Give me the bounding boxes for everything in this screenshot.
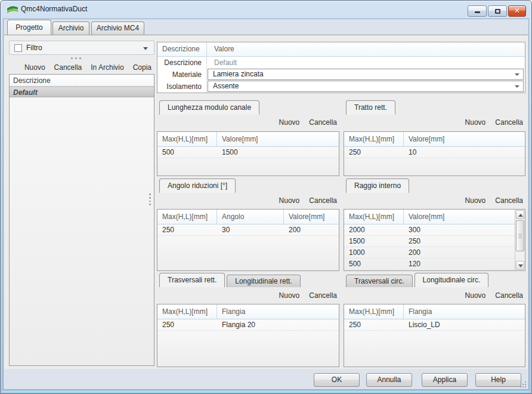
lunghezza-table[interactable]: Max(H,L)[mm] Valore[mm] 500 1500: [157, 131, 339, 176]
in-archivio-button[interactable]: In Archivio: [91, 63, 123, 72]
list-item-default[interactable]: Default: [10, 87, 154, 97]
nuovo-link[interactable]: Nuovo: [279, 118, 300, 127]
vertical-splitter-grip[interactable]: [149, 193, 151, 205]
scrollbar-thumb[interactable]: [516, 220, 524, 251]
cancella-link[interactable]: Cancella: [495, 118, 523, 127]
angolo-table[interactable]: Max(H,L)[mm] Angolo Valore[mm] 250 30 20…: [157, 209, 339, 271]
nuovo-link[interactable]: Nuovo: [279, 196, 300, 205]
filter-checkbox[interactable]: [14, 44, 22, 52]
horizontal-splitter-grip[interactable]: [71, 57, 85, 60]
maximize-button[interactable]: [488, 5, 507, 17]
ok-button[interactable]: OK: [314, 373, 360, 387]
table-row[interactable]: 1500 250: [344, 236, 515, 247]
tab-trasversali-rett[interactable]: Trasversali rett.: [159, 273, 225, 287]
nuovo-button[interactable]: Nuovo: [24, 63, 45, 72]
table-header: Max(H,L)[mm] Valore[mm]: [344, 210, 515, 224]
col-valore[interactable]: Valore[mm]: [284, 210, 339, 224]
tab-angolo-riduzioni[interactable]: Angolo riduzioni [°]: [159, 178, 236, 193]
cell: 200: [284, 224, 339, 235]
col-flangia[interactable]: Flangia: [404, 304, 525, 319]
section-raggio-actions: Nuovo Cancella: [344, 195, 525, 207]
col-valore[interactable]: Valore[mm]: [217, 132, 339, 146]
cancella-link[interactable]: Cancella: [495, 291, 523, 300]
col-max-hl[interactable]: Max(H,L)[mm]: [157, 210, 217, 224]
nuovo-link[interactable]: Nuovo: [465, 196, 486, 205]
tab-lunghezza-modulo-canale[interactable]: Lunghezza modulo canale: [159, 100, 259, 115]
longitudinale-circ-table[interactable]: Max(H,L)[mm] Flangia 250 Liscio_LD: [344, 304, 525, 367]
cancella-link[interactable]: Cancella: [309, 118, 337, 127]
tab-trasversali-circ[interactable]: Trasversali circ.: [346, 275, 413, 287]
app-icon: [7, 5, 18, 14]
table-row[interactable]: 250 10: [344, 147, 525, 158]
resize-grip[interactable]: [519, 380, 526, 387]
table-header: Max(H,L)[mm] Valore[mm]: [344, 132, 525, 147]
close-icon: ✕: [509, 6, 525, 16]
cell: 500: [157, 147, 217, 158]
materiale-select[interactable]: Lamiera zincata: [208, 69, 524, 80]
table-row[interactable]: 1000 200: [344, 247, 515, 258]
cancella-link[interactable]: Cancella: [309, 291, 337, 300]
table-row[interactable]: 500 1500: [157, 147, 339, 158]
table-row[interactable]: 2000 300: [344, 224, 515, 236]
scroll-down-button[interactable]: [516, 261, 524, 270]
tab-raggio-interno[interactable]: Raggio interno: [346, 178, 409, 193]
nuovo-link[interactable]: Nuovo: [279, 291, 300, 300]
help-button[interactable]: Help: [475, 373, 521, 387]
descrizione-value[interactable]: Default: [207, 57, 525, 69]
col-max-hl[interactable]: Max(H,L)[mm]: [344, 210, 404, 224]
app-window: Qmc4NormativaDuct ✕ Progetto Archivio Ar…: [0, 0, 532, 394]
filter-header[interactable]: Filtro: [9, 41, 154, 55]
close-button[interactable]: ✕: [508, 5, 526, 17]
col-valore[interactable]: Valore[mm]: [404, 132, 525, 146]
vertical-scrollbar[interactable]: [515, 210, 525, 270]
maximize-icon: [495, 9, 500, 14]
col-angolo[interactable]: Angolo: [217, 210, 284, 224]
isolamento-select[interactable]: Assente: [208, 81, 524, 92]
annulla-button[interactable]: Annulla: [366, 373, 412, 387]
list-column-header[interactable]: Descrizione: [10, 75, 154, 87]
col-valore[interactable]: Valore[mm]: [404, 210, 515, 224]
cell: 200: [404, 247, 515, 258]
tab-tratto-rett[interactable]: Tratto rett.: [346, 100, 395, 115]
col-max-hl[interactable]: Max(H,L)[mm]: [344, 132, 404, 146]
col-max-hl[interactable]: Max(H,L)[mm]: [157, 304, 217, 319]
cell: 30: [217, 224, 284, 235]
minimize-button[interactable]: [468, 5, 487, 17]
applica-button[interactable]: Applica: [422, 373, 468, 387]
tab-progetto[interactable]: Progetto: [7, 20, 51, 35]
table-row[interactable]: 250 30 200: [157, 224, 339, 236]
chevron-down-icon[interactable]: [515, 73, 519, 76]
cancella-link[interactable]: Cancella: [309, 196, 337, 205]
table-row[interactable]: 500 120: [344, 258, 515, 270]
title-bar[interactable]: Qmc4NormativaDuct ✕: [1, 1, 531, 19]
section-raggio-tabs: Raggio interno: [346, 178, 409, 193]
table-row[interactable]: 250 Flangia 20: [157, 319, 339, 331]
raggio-table[interactable]: Max(H,L)[mm] Valore[mm] 2000 300 1500 25…: [344, 209, 525, 271]
tratto-table[interactable]: Max(H,L)[mm] Valore[mm] 250 10: [344, 131, 525, 176]
cancella-button[interactable]: Cancella: [54, 63, 82, 72]
filter-dropdown-icon[interactable]: [143, 47, 148, 50]
table-row[interactable]: 250 Liscio_LD: [344, 319, 525, 331]
window-title: Qmc4NormativaDuct: [21, 1, 87, 18]
tab-archivio[interactable]: Archivio: [52, 21, 89, 35]
nuovo-link[interactable]: Nuovo: [465, 291, 486, 300]
col-max-hl[interactable]: Max(H,L)[mm]: [157, 132, 217, 146]
cell: Flangia 20: [217, 319, 339, 330]
minimize-icon: [475, 11, 480, 13]
filter-label: Filtro: [26, 41, 42, 55]
tab-longitudinale-circ[interactable]: Longitudinale circ.: [415, 273, 489, 287]
chevron-down-icon[interactable]: [515, 85, 519, 88]
col-max-hl[interactable]: Max(H,L)[mm]: [344, 304, 404, 319]
tab-longitudinale-rett[interactable]: Longitudinale rett.: [227, 275, 300, 287]
property-label: Isolamento: [157, 81, 207, 93]
cell: 250: [344, 147, 404, 158]
col-flangia[interactable]: Flangia: [217, 304, 339, 319]
trasversali-rett-table[interactable]: Max(H,L)[mm] Flangia 250 Flangia 20: [157, 304, 339, 367]
nuovo-link[interactable]: Nuovo: [465, 118, 486, 127]
scroll-up-button[interactable]: [516, 210, 524, 219]
copia-button[interactable]: Copia: [133, 63, 151, 72]
cancella-link[interactable]: Cancella: [495, 196, 523, 205]
tab-archivio-mc4[interactable]: Archivio MC4: [91, 21, 144, 35]
project-list[interactable]: Descrizione Default: [9, 74, 154, 366]
cell: Liscio_LD: [404, 319, 525, 330]
